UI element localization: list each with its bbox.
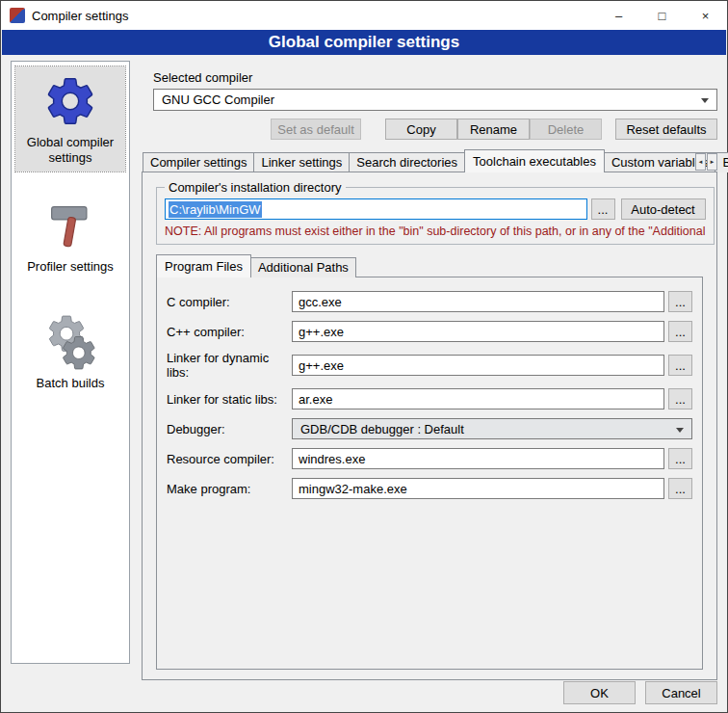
c-compiler-row: C compiler: ... xyxy=(167,291,692,312)
gray-gears-icon xyxy=(42,314,98,370)
tab-compiler-settings[interactable]: Compiler settings xyxy=(143,152,254,172)
cancel-button[interactable]: Cancel xyxy=(645,681,717,704)
tab-toolchain-executables[interactable]: Toolchain executables xyxy=(464,149,605,172)
make-program-label: Make program: xyxy=(167,482,292,496)
cpp-compiler-row: C++ compiler: ... xyxy=(167,321,692,342)
dynamic-linker-label: Linker for dynamic libs: xyxy=(167,351,292,380)
make-program-row: Make program: ... xyxy=(167,478,692,499)
auto-detect-button[interactable]: Auto-detect xyxy=(621,198,706,220)
tab-scroll-controls: ◄ ► xyxy=(695,153,717,171)
selected-compiler-value: GNU GCC Compiler xyxy=(162,92,274,107)
minimize-button[interactable]: – xyxy=(597,1,640,30)
resource-compiler-row: Resource compiler: ... xyxy=(167,448,692,469)
selected-compiler-dropdown[interactable]: GNU GCC Compiler xyxy=(153,89,717,111)
profiler-hammer-icon xyxy=(42,198,98,253)
debugger-row: Debugger: GDB/CDB debugger : Default xyxy=(167,418,692,439)
settings-tab-strip: Compiler settings Linker settings Search… xyxy=(143,151,717,172)
installation-directory-group-title: Compiler's installation directory xyxy=(165,180,346,195)
chevron-down-icon xyxy=(676,428,684,433)
sidebar-item-label: Global compiler settings xyxy=(17,135,123,166)
main-panel: Selected compiler GNU GCC Compiler Set a… xyxy=(142,61,717,680)
subtab-program-files[interactable]: Program Files xyxy=(156,254,251,277)
debugger-label: Debugger: xyxy=(167,422,292,436)
debugger-dropdown[interactable]: GDB/CDB debugger : Default xyxy=(292,418,692,439)
debugger-selected-value: GDB/CDB debugger : Default xyxy=(300,422,464,436)
installation-directory-group: Compiler's installation directory C:\ray… xyxy=(156,180,715,245)
resource-compiler-browse-button[interactable]: ... xyxy=(668,448,692,469)
app-icon xyxy=(10,8,25,23)
installation-directory-input[interactable]: C:\raylib\MinGW xyxy=(165,198,587,220)
rename-button[interactable]: Rename xyxy=(457,119,530,140)
close-button[interactable]: × xyxy=(684,1,727,30)
make-program-browse-button[interactable]: ... xyxy=(668,478,692,499)
tab-linker-settings[interactable]: Linker settings xyxy=(253,152,350,172)
static-linker-label: Linker for static libs: xyxy=(167,392,292,407)
chevron-down-icon xyxy=(701,98,709,103)
maximize-button[interactable]: □ xyxy=(640,1,684,30)
bin-subdirectory-note: NOTE: All programs must exist either in … xyxy=(165,224,706,238)
resource-compiler-label: Resource compiler: xyxy=(167,452,292,466)
cpp-compiler-browse-button[interactable]: ... xyxy=(668,321,692,342)
installation-directory-row: C:\raylib\MinGW ... Auto-detect xyxy=(165,198,706,220)
dynamic-linker-row: Linker for dynamic libs: ... xyxy=(167,351,692,380)
dialog-footer: OK Cancel xyxy=(563,681,717,704)
toolchain-executables-panel: Compiler's installation directory C:\ray… xyxy=(142,172,717,680)
sidebar-item-batch-builds[interactable]: Batch builds xyxy=(15,307,125,397)
sidebar-item-label: Profiler settings xyxy=(27,259,114,275)
program-files-panel: C compiler: ... C++ compiler: ... Linker… xyxy=(156,277,703,670)
c-compiler-label: C compiler: xyxy=(167,295,292,309)
static-linker-browse-button[interactable]: ... xyxy=(668,388,692,409)
dynamic-linker-input[interactable] xyxy=(292,355,664,376)
selected-compiler-label: Selected compiler xyxy=(153,70,717,85)
browse-directory-button[interactable]: ... xyxy=(591,198,615,220)
make-program-input[interactable] xyxy=(292,478,664,499)
static-linker-input[interactable] xyxy=(292,388,664,409)
blue-gear-icon xyxy=(42,73,98,129)
cpp-compiler-input[interactable] xyxy=(292,321,664,342)
reset-defaults-button[interactable]: Reset defaults xyxy=(615,119,717,140)
subtab-additional-paths[interactable]: Additional Paths xyxy=(250,257,356,277)
installation-directory-selected-text: C:\raylib\MinGW xyxy=(169,201,262,218)
ok-button[interactable]: OK xyxy=(563,681,636,704)
cpp-compiler-label: C++ compiler: xyxy=(167,325,292,339)
compiler-settings-window: Compiler settings – □ × Global compiler … xyxy=(0,0,728,713)
sidebar-item-global-compiler-settings[interactable]: Global compiler settings xyxy=(15,66,125,172)
compiler-buttons-row: Set as default Copy Rename Delete Reset … xyxy=(153,119,717,140)
tab-scroll-right-icon[interactable]: ► xyxy=(707,153,717,171)
settings-category-sidebar: Global compiler settings Profiler settin… xyxy=(11,61,130,664)
page-title: Global compiler settings xyxy=(2,30,726,55)
sidebar-item-label: Batch builds xyxy=(37,376,105,391)
static-linker-row: Linker for static libs: ... xyxy=(167,388,692,409)
window-title: Compiler settings xyxy=(32,9,128,23)
copy-button[interactable]: Copy xyxy=(385,119,457,140)
c-compiler-input[interactable] xyxy=(292,291,664,312)
resource-compiler-input[interactable] xyxy=(292,448,664,469)
program-files-tab-strip: Program Files Additional Paths xyxy=(156,256,709,277)
set-as-default-button[interactable]: Set as default xyxy=(271,119,361,140)
c-compiler-browse-button[interactable]: ... xyxy=(668,291,692,312)
title-bar: Compiler settings – □ × xyxy=(1,1,727,30)
tab-search-directories[interactable]: Search directories xyxy=(349,152,465,172)
delete-button[interactable]: Delete xyxy=(530,119,602,140)
dynamic-linker-browse-button[interactable]: ... xyxy=(668,355,692,376)
sidebar-item-profiler-settings[interactable]: Profiler settings xyxy=(15,191,125,280)
tab-scroll-left-icon[interactable]: ◄ xyxy=(695,153,706,171)
